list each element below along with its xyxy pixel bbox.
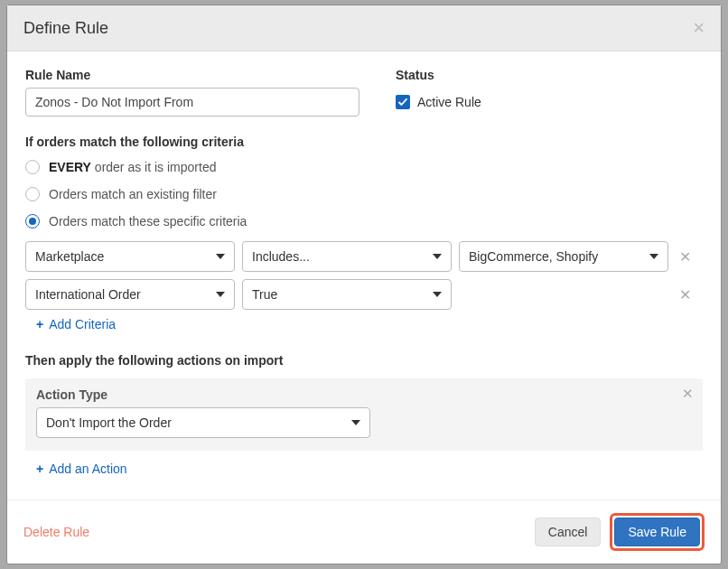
active-rule-checkbox-label: Active Rule	[417, 95, 481, 109]
criteria-operator-value: Includes...	[252, 249, 310, 264]
chevron-down-icon	[216, 254, 225, 259]
criteria-operator-value: True	[252, 287, 277, 302]
radio-existing[interactable]	[25, 187, 40, 201]
plus-icon: +	[36, 317, 43, 331]
actions-heading: Then apply the following actions on impo…	[25, 353, 703, 368]
criteria-field-value: International Order	[35, 287, 141, 302]
remove-criteria-icon[interactable]: ✕	[676, 248, 695, 266]
modal-footer: Delete Rule Cancel Save Rule	[7, 499, 721, 564]
criteria-field-value: Marketplace	[35, 249, 104, 264]
chevron-down-icon	[433, 292, 442, 297]
criteria-option-specific[interactable]: Orders match these specific criteria	[25, 214, 703, 229]
radio-specific-label: Orders match these specific criteria	[49, 214, 247, 229]
radio-every[interactable]	[25, 160, 40, 174]
rule-name-status-row: Rule Name Status Active Rule	[25, 68, 703, 117]
criteria-heading: If orders match the following criteria	[25, 135, 703, 149]
actions-block: Then apply the following actions on impo…	[25, 353, 703, 476]
chevron-down-icon	[649, 254, 658, 259]
rule-name-group: Rule Name	[25, 68, 359, 117]
save-rule-button[interactable]: Save Rule	[614, 518, 700, 546]
modal-body: Rule Name Status Active Rule If orders m…	[7, 51, 721, 499]
footer-buttons: Cancel Save Rule	[535, 513, 705, 551]
add-criteria-link[interactable]: + Add Criteria	[36, 317, 703, 331]
action-type-select[interactable]: Don't Import the Order	[36, 407, 370, 438]
criteria-value-select[interactable]: BigCommerce, Shopify	[459, 241, 668, 272]
criteria-option-existing[interactable]: Orders match an existing filter	[25, 187, 703, 201]
cancel-button[interactable]: Cancel	[535, 518, 602, 546]
modal-header: Define Rule ×	[7, 5, 721, 51]
add-action-label: Add an Action	[49, 462, 126, 476]
remove-action-icon[interactable]: ✕	[682, 386, 694, 402]
radio-existing-label: Orders match an existing filter	[49, 187, 217, 201]
active-rule-checkbox-row[interactable]: Active Rule	[396, 88, 481, 117]
delete-rule-link[interactable]: Delete Rule	[23, 525, 89, 539]
criteria-row: Marketplace Includes... BigCommerce, Sho…	[25, 241, 703, 272]
rule-name-input[interactable]	[25, 88, 359, 117]
criteria-row: International Order True ✕	[25, 279, 703, 310]
status-group: Status Active Rule	[396, 68, 481, 117]
remove-criteria-icon[interactable]: ✕	[676, 286, 695, 303]
check-icon	[397, 97, 408, 107]
close-icon[interactable]: ×	[693, 18, 705, 38]
save-button-highlight: Save Rule	[610, 513, 705, 551]
plus-icon: +	[36, 462, 43, 476]
action-type-value: Don't Import the Order	[46, 415, 172, 430]
action-type-label: Action Type	[36, 387, 692, 402]
rule-name-label: Rule Name	[25, 68, 359, 82]
add-action-link[interactable]: + Add an Action	[36, 462, 703, 476]
chevron-down-icon	[351, 420, 360, 425]
radio-every-label: EVERY order as it is imported	[49, 160, 216, 174]
criteria-value-value: BigCommerce, Shopify	[469, 249, 598, 264]
add-criteria-label: Add Criteria	[49, 317, 116, 331]
status-label: Status	[396, 68, 481, 82]
criteria-option-every[interactable]: EVERY order as it is imported	[25, 160, 703, 174]
criteria-operator-select[interactable]: Includes...	[242, 241, 452, 272]
criteria-field-select[interactable]: Marketplace	[25, 241, 235, 272]
criteria-operator-select[interactable]: True	[242, 279, 452, 310]
criteria-field-select[interactable]: International Order	[25, 279, 235, 310]
chevron-down-icon	[216, 292, 225, 297]
modal-title: Define Rule	[23, 19, 108, 38]
active-rule-checkbox[interactable]	[396, 95, 410, 109]
action-card: ✕ Action Type Don't Import the Order	[25, 378, 703, 451]
radio-specific[interactable]	[25, 214, 40, 229]
define-rule-modal: Define Rule × Rule Name Status Active Ru…	[6, 5, 722, 564]
chevron-down-icon	[433, 254, 442, 259]
